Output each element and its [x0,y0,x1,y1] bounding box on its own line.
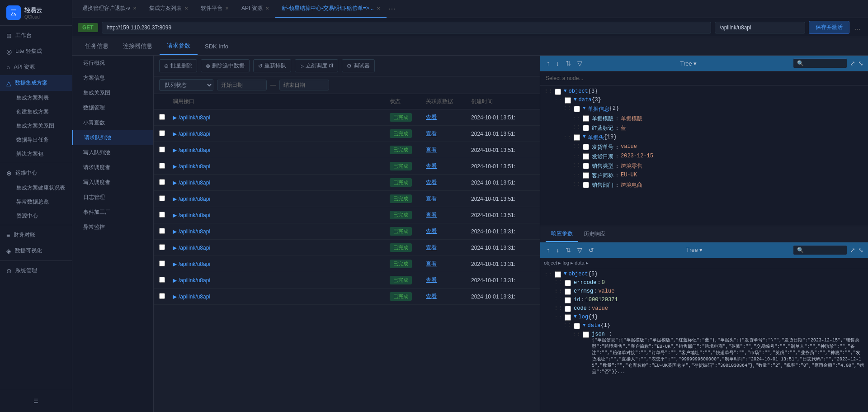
row-checkbox[interactable] [159,212,173,219]
sidebar-item-data-export[interactable]: 数据导出任务 [13,133,72,147]
sub-nav-integration-map[interactable]: 集成关系图 [72,85,153,100]
sub-tab-task-info[interactable]: 任务信息 [78,38,116,55]
drag-handle[interactable]: ⋮⋮ [554,305,563,311]
resp-tree-search-input[interactable] [793,245,847,255]
sidebar-item-workbench[interactable]: ⊞ 工作台 [0,28,72,43]
tree-filter-btn[interactable]: ▽ [576,59,584,68]
row-link[interactable]: 查看 [426,195,471,203]
sidebar-item-data-viz[interactable]: ◈ 数据可视化 [0,243,72,259]
more-options-button[interactable]: ... [853,24,863,32]
row-checkbox[interactable] [159,179,173,186]
row-checkbox[interactable] [159,277,173,284]
sub-nav-solution-info[interactable]: 方案信息 [72,71,153,85]
end-date-filter[interactable] [279,80,329,90]
row-link[interactable]: 查看 [426,179,471,186]
url-path-input[interactable] [715,22,805,33]
drag-handle[interactable]: ⋮⋮ [563,134,572,139]
row-checkbox[interactable] [159,130,173,137]
tree-label-response[interactable]: Tree ▾ [599,246,790,253]
row-link[interactable]: 查看 [426,211,471,219]
sidebar-item-data-integration[interactable]: △ 数据集成方案 [0,75,72,91]
expand-arrow[interactable]: ▼ [583,322,586,328]
sidebar-item-health-status[interactable]: 集成方案健康状况表 [13,181,72,195]
expand-arrow[interactable]: ▼ [583,105,586,111]
row-link[interactable]: 查看 [426,130,471,137]
sidebar-item-anomaly-data[interactable]: 异常数据总览 [13,195,72,209]
table-row[interactable]: ▶/apilink/u8api 已完成 查看 2024-10-01 13:31: [154,240,540,256]
tab-2[interactable]: 集成方案列表 ✕ [143,0,194,18]
row-link[interactable]: 查看 [426,293,471,300]
tab-close-1[interactable]: ✕ [133,6,137,11]
sidebar-item-system[interactable]: ⊙ 系统管理 [0,263,72,279]
tree-alpha-btn[interactable]: ⇅ [564,59,573,68]
table-row[interactable]: ▶/apilink/u8api 已完成 查看 2024-10-01 13:51: [154,191,540,207]
sidebar-item-resource-center[interactable]: 资源中心 [13,209,72,223]
schedule-button[interactable]: ▷ 立刻调度 dt [295,59,338,72]
start-date-filter[interactable] [217,80,267,90]
tree-sort-desc-btn[interactable]: ↓ [554,59,561,68]
sub-nav-write-pool[interactable]: 写入队列池 [72,145,153,160]
response-tab-params[interactable]: 响应参数 [546,226,578,242]
row-link[interactable]: 查看 [426,227,471,235]
row-link[interactable]: 查看 [426,162,471,170]
node-checkbox[interactable] [574,323,580,329]
drag-handle[interactable]: ⋮⋮ [572,143,581,149]
sub-nav-anomaly-monitor[interactable]: 异常监控 [72,220,153,235]
node-checkbox[interactable] [565,97,571,104]
row-checkbox[interactable] [159,228,173,235]
batch-delete-button[interactable]: ⊖ 批量删除 [159,59,197,72]
node-checkbox[interactable] [574,134,580,141]
sidebar-item-finance[interactable]: ≡ 财务对账 [0,227,72,243]
row-link[interactable]: 查看 [426,146,471,154]
drag-handle[interactable]: ⋮⋮ [572,115,581,120]
node-checkbox[interactable] [583,144,589,150]
sub-nav-event-factory[interactable]: 事件加工厂 [72,205,153,220]
table-row[interactable]: ▶/apilink/u8api 已完成 查看 2024-10-01 13:31: [154,272,540,289]
tab-close-2[interactable]: ✕ [184,6,188,11]
tab-close-5[interactable]: ✕ [377,6,380,11]
tabs-menu-btn[interactable]: ⋯ [388,5,396,13]
drag-handle[interactable]: ⋮⋮ [572,153,581,158]
sidebar-item-solution-pkg[interactable]: 解决方案包 [13,147,72,161]
sidebar-item-integration-list[interactable]: 集成方案列表 [13,91,72,105]
queue-status-filter[interactable]: 队列状态 [159,79,213,91]
resp-alpha-btn[interactable]: ⇅ [564,246,573,255]
table-row[interactable]: ▶/apilink/u8api 已完成 查看 2024-10-01 13:51: [154,207,540,223]
tree-label-request[interactable]: Tree ▾ [587,60,790,67]
debug-button[interactable]: ⚙ 调试器 [342,59,375,72]
tree-search-input[interactable] [793,58,847,68]
row-checkbox[interactable] [159,163,173,170]
resp-undo-btn[interactable]: ↺ [587,246,596,255]
node-checkbox[interactable] [583,153,589,160]
node-checkbox[interactable] [583,125,589,131]
sidebar-item-integration-map[interactable]: 集成方案关系图 [13,119,72,133]
tree-expand-btn[interactable]: ⤢ [850,60,855,67]
row-link[interactable]: 查看 [426,276,471,284]
drag-handle[interactable]: ⋮⋮ [572,181,581,187]
sidebar-item-create-integration[interactable]: 创建集成方案 [13,105,72,119]
drag-handle[interactable]: ⋮⋮ [544,88,553,94]
table-row[interactable]: ▶/apilink/u8api 已完成 查看 2024-10-01 13:51: [154,142,540,158]
node-checkbox[interactable] [555,271,561,278]
drag-handle[interactable]: ⋮⋮ [563,105,572,111]
resp-expand-btn[interactable]: ⤢ [850,246,855,254]
drag-handle[interactable]: ⋮⋮ [572,124,581,130]
node-checkbox[interactable] [574,106,580,112]
node-checkbox[interactable] [565,314,571,321]
row-link[interactable]: 查看 [426,244,471,251]
table-row[interactable]: ▶/apilink/u8api 已完成 查看 2024-10-01 13:51: [154,109,540,126]
sub-tab-sdk-info[interactable]: SDK Info [198,38,236,54]
node-checkbox[interactable] [565,297,571,303]
drag-handle[interactable]: ⋮⋮ [572,162,581,168]
sub-nav-log-mgmt[interactable]: 日志管理 [72,190,153,205]
drag-handle[interactable]: ⋮⋮ [554,279,563,285]
sub-nav-data-mgmt[interactable]: 数据管理 [72,100,153,115]
row-link[interactable]: 查看 [426,114,471,121]
sidebar-collapse-btn[interactable]: ☰ [0,394,72,408]
resp-collapse-btn[interactable]: ⤡ [858,246,863,254]
sidebar-item-ops[interactable]: ⊕ 运维中心 [0,165,72,181]
node-checkbox[interactable] [583,172,589,179]
node-checkbox[interactable] [583,331,589,338]
node-checkbox[interactable] [555,89,561,95]
tree-sort-asc-btn[interactable]: ↑ [545,59,552,68]
